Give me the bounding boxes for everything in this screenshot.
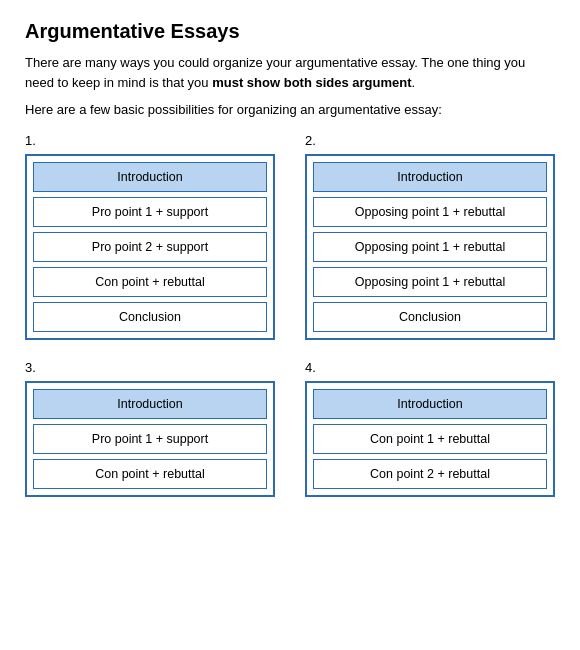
section-num-2: 2. [305, 133, 555, 148]
outline-item-2-4: Opposing point 1 + rebuttal [313, 267, 547, 297]
section-num-4: 4. [305, 360, 555, 375]
sub-text: Here are a few basic possibilities for o… [25, 102, 555, 117]
page-title: Argumentative Essays [25, 20, 555, 43]
essay-grids: 1.IntroductionPro point 1 + supportPro p… [25, 133, 555, 497]
outline-item-2-5: Conclusion [313, 302, 547, 332]
outline-item-1-2: Pro point 1 + support [33, 197, 267, 227]
outline-box-4: IntroductionCon point 1 + rebuttalCon po… [305, 381, 555, 497]
outline-item-2-2: Opposing point 1 + rebuttal [313, 197, 547, 227]
outline-box-1: IntroductionPro point 1 + supportPro poi… [25, 154, 275, 340]
outline-box-3: IntroductionPro point 1 + supportCon poi… [25, 381, 275, 497]
intro-bold-text: must show both sides argument [212, 75, 411, 90]
outline-item-2-3: Opposing point 1 + rebuttal [313, 232, 547, 262]
outline-item-4-1: Introduction [313, 389, 547, 419]
section-3: 3.IntroductionPro point 1 + supportCon p… [25, 360, 275, 497]
outline-item-1-1: Introduction [33, 162, 267, 192]
outline-item-2-1: Introduction [313, 162, 547, 192]
section-num-3: 3. [25, 360, 275, 375]
outline-box-2: IntroductionOpposing point 1 + rebuttalO… [305, 154, 555, 340]
section-4: 4.IntroductionCon point 1 + rebuttalCon … [305, 360, 555, 497]
outline-item-3-3: Con point + rebuttal [33, 459, 267, 489]
section-1: 1.IntroductionPro point 1 + supportPro p… [25, 133, 275, 340]
section-2: 2.IntroductionOpposing point 1 + rebutta… [305, 133, 555, 340]
outline-item-4-3: Con point 2 + rebuttal [313, 459, 547, 489]
section-num-1: 1. [25, 133, 275, 148]
intro-text-end: . [412, 75, 416, 90]
outline-item-1-3: Pro point 2 + support [33, 232, 267, 262]
outline-item-3-1: Introduction [33, 389, 267, 419]
outline-item-1-4: Con point + rebuttal [33, 267, 267, 297]
outline-item-3-2: Pro point 1 + support [33, 424, 267, 454]
intro-paragraph: There are many ways you could organize y… [25, 53, 555, 92]
outline-item-4-2: Con point 1 + rebuttal [313, 424, 547, 454]
outline-item-1-5: Conclusion [33, 302, 267, 332]
